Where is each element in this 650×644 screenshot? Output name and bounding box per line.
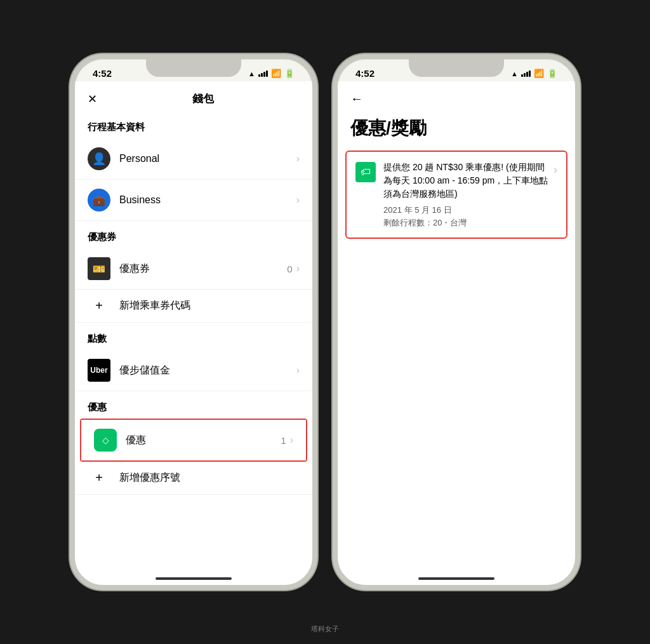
wifi-icon-right: 📶 [534,69,544,78]
promo-label: 優惠 [126,434,281,447]
personal-label: Personal [119,153,296,164]
close-button[interactable]: ✕ [88,92,107,106]
chevron-promo-card: › [554,163,557,177]
signal-icon [258,70,268,77]
chevron-uber: › [296,365,300,376]
add-promo-item[interactable]: + 新增優惠序號 [75,462,312,495]
promo-card-date: 2021 年 5 月 16 日 [383,205,548,216]
wallet-title: 錢包 [107,91,300,106]
ticket-icon: 🎫 [93,263,105,275]
coupon-label: 優惠券 [119,262,287,276]
business-item[interactable]: 💼 Business › [75,180,312,221]
section-trip-label: 行程基本資料 [75,111,312,138]
coupon-item[interactable]: 🎫 優惠券 0 › [75,248,312,290]
promo-icon-bg: ◇ [94,429,117,452]
chevron-business: › [296,194,300,206]
promo-card[interactable]: 🏷 提供您 20 趟 NT$30 乘車優惠! (使用期間為每天 10:00 am… [345,151,567,239]
home-indicator-right [338,572,575,585]
section-coupon-label: 優惠券 [75,221,312,248]
promo-page-title: 優惠/獎勵 [338,111,575,151]
screen-left: ✕ 錢包 行程基本資料 👤 Personal › 💼 Business › [75,81,312,572]
promo-card-remain: 剩餘行程數：20・台灣 [383,217,548,229]
time-right: 4:52 [355,68,375,79]
chevron-personal: › [296,153,300,164]
plus-coupon-icon: + [88,299,110,313]
brief-icon-bg: 💼 [88,189,110,211]
uber-icon-bg: Uber [88,359,110,382]
back-button[interactable]: ← [350,91,363,105]
home-bar-right [418,577,494,580]
personal-item[interactable]: 👤 Personal › [75,138,312,180]
ticket-icon-bg: 🎫 [88,257,110,280]
time-left: 4:52 [93,68,112,79]
section-promo-label: 優惠 [75,391,312,419]
promo-header: ← [338,81,575,111]
home-indicator-left [75,572,312,585]
notch-left [146,59,241,77]
chevron-coupon: › [296,263,300,274]
business-label: Business [119,194,296,206]
uber-cash-item[interactable]: Uber 優步儲值金 › [75,350,312,391]
signal-icon-right [521,70,531,77]
status-icons-right: ▲ 📶 🔋 [511,69,557,78]
promo-card-content: 提供您 20 趟 NT$30 乘車優惠! (使用期間為每天 10:00 am -… [383,161,548,229]
chevron-promo: › [290,434,293,446]
battery-icon-right: 🔋 [547,69,557,78]
phone-right: 4:52 ▲ 📶 🔋 ← 優惠/獎勵 [333,54,580,590]
wifi-icon: 📶 [271,69,281,78]
wallet-header: ✕ 錢包 [75,81,312,111]
scene: 4:52 ▲ 📶 🔋 ✕ 錢包 行程基本資料 [0,0,650,644]
promo-item[interactable]: ◇ 優惠 1 › [81,420,306,460]
tag-icon: 🏷 [361,166,371,178]
promo-badge: 1 [281,435,286,446]
plus-promo-icon: + [88,471,110,485]
location-icon: ▲ [248,70,255,77]
watermark: 塔科女子 [307,621,343,638]
phone-left: 4:52 ▲ 📶 🔋 ✕ 錢包 行程基本資料 [70,54,317,590]
person-icon: 👤 [92,152,106,166]
coupon-badge: 0 [287,264,292,274]
add-coupon-label: 新增乘車券代碼 [119,299,300,312]
section-points-label: 點數 [75,323,312,350]
screen-right: ← 優惠/獎勵 🏷 提供您 20 趟 NT$30 乘車優惠! (使用期間為每天 … [338,81,575,572]
uber-cash-label: 優步儲值金 [119,364,296,377]
location-icon-right: ▲ [511,70,518,77]
promo-icon: ◇ [102,435,109,445]
notch-right [409,59,504,77]
status-icons-left: ▲ 📶 🔋 [248,69,295,78]
uber-icon: Uber [90,366,107,375]
person-icon-bg: 👤 [88,147,110,170]
briefcase-icon: 💼 [93,194,105,206]
promo-tag-icon: 🏷 [355,162,376,182]
add-coupon-item[interactable]: + 新增乘車券代碼 [75,290,312,323]
battery-icon: 🔋 [284,69,295,78]
home-bar-left [156,577,232,580]
promo-card-title: 提供您 20 趟 NT$30 乘車優惠! (使用期間為每天 10:00 am -… [383,161,548,201]
add-promo-label: 新增優惠序號 [119,471,300,485]
